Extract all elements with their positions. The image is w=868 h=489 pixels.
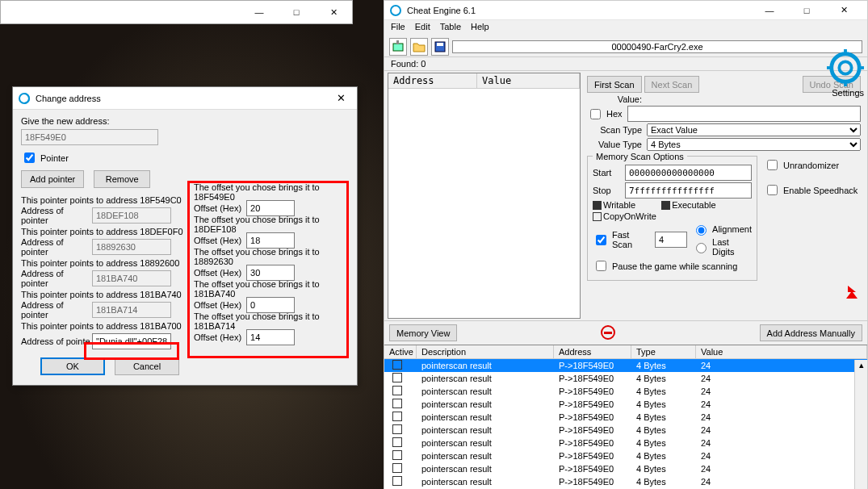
table-row[interactable]: pointerscan resultP->18F549E04 Bytes24: [384, 372, 867, 385]
offset-input[interactable]: [246, 265, 295, 281]
ok-button[interactable]: OK: [40, 357, 105, 375]
table-row[interactable]: pointerscan resultP->18F549E04 Bytes24: [384, 462, 867, 475]
table-row[interactable]: pointerscan resultP->18F549E04 Bytes24: [384, 475, 867, 488]
active-checkbox[interactable]: [392, 412, 402, 421]
pointer-address-input[interactable]: [92, 270, 171, 286]
found-count: Found: 0: [384, 57, 867, 70]
maximize-icon[interactable]: □: [788, 0, 825, 22]
offset-input[interactable]: [246, 297, 295, 313]
col-address[interactable]: Address: [554, 345, 631, 358]
last-digits-radio[interactable]: Last Digits: [692, 237, 752, 257]
open-process-icon[interactable]: [389, 38, 407, 56]
hex-checkbox[interactable]: Hex: [587, 107, 623, 122]
close-icon[interactable]: ✕: [825, 0, 862, 22]
pointer-address-input[interactable]: [92, 207, 171, 224]
settings-label: Settings: [832, 88, 864, 98]
address-input[interactable]: [21, 129, 158, 145]
maximize-icon[interactable]: □: [278, 1, 315, 23]
value-type-select[interactable]: 4 Bytes: [647, 138, 861, 151]
offset-input[interactable]: [246, 232, 295, 249]
table-row[interactable]: pointerscan resultP->18F549E04 Bytes24: [384, 449, 867, 462]
table-row[interactable]: pointerscan resultP->18F549E04 Bytes24: [384, 424, 867, 437]
pointer-address-input[interactable]: [92, 239, 171, 255]
offset-input[interactable]: [246, 329, 295, 345]
offset-input[interactable]: [246, 200, 295, 216]
value-type-label: Value Type: [587, 140, 642, 149]
process-name: 00000490-FarCry2.exe: [452, 40, 862, 53]
add-address-manually-button[interactable]: Add Address Manually: [760, 324, 862, 341]
base-address-highlight: [84, 342, 179, 360]
offset-msg: The offset you chose brings it to 181BA7…: [194, 279, 342, 299]
active-checkbox[interactable]: [392, 476, 402, 486]
close-icon[interactable]: ✕: [315, 1, 352, 23]
cancel-button[interactable]: Cancel: [115, 357, 179, 375]
pause-checkbox[interactable]: Pause the game while scanning: [593, 258, 737, 274]
offset-label: Offset (Hex): [194, 268, 241, 278]
results-list[interactable]: Address Value: [388, 73, 581, 319]
active-checkbox[interactable]: [392, 373, 402, 382]
offset-msg: The offset you chose brings it to 181BA7…: [194, 311, 342, 331]
col-active[interactable]: Active: [384, 345, 417, 358]
value-label: Value:: [587, 94, 642, 104]
stop-label: Stop: [593, 186, 620, 195]
executable-tristate[interactable]: Executable: [661, 200, 715, 210]
table-row[interactable]: pointerscan resultP->18F549E04 Bytes24: [384, 398, 867, 411]
active-checkbox[interactable]: [392, 437, 402, 447]
svg-rect-2: [393, 44, 403, 51]
add-to-list-icon[interactable]: [845, 284, 861, 300]
unrandomizer-checkbox[interactable]: Unrandomizer: [764, 157, 839, 173]
col-type[interactable]: Type: [631, 345, 696, 358]
fast-scan-checkbox[interactable]: Fast Scan: [593, 230, 650, 249]
active-checkbox[interactable]: [392, 360, 402, 370]
ce-icon: [389, 4, 402, 17]
pointer-checkbox[interactable]: Pointer: [21, 150, 69, 165]
menu-file[interactable]: File: [391, 22, 405, 35]
menu-edit[interactable]: Edit: [415, 22, 430, 35]
menu-help[interactable]: Help: [471, 22, 489, 35]
offset-msg: The offset you chose brings it to 18DEF1…: [194, 215, 342, 234]
col-value[interactable]: Value: [477, 73, 580, 88]
col-description[interactable]: Description: [417, 345, 554, 358]
active-checkbox[interactable]: [392, 463, 402, 473]
offset-label: Offset (Hex): [194, 332, 241, 342]
close-icon[interactable]: ✕: [330, 92, 352, 104]
speedhack-checkbox[interactable]: Enable Speedhack: [764, 182, 858, 198]
fast-scan-value[interactable]: [655, 232, 687, 248]
first-scan-button[interactable]: First Scan: [587, 76, 642, 93]
col-address[interactable]: Address: [388, 73, 477, 88]
table-row[interactable]: pointerscan resultP->18F549E04 Bytes24: [384, 359, 867, 372]
svg-point-1: [391, 6, 400, 15]
active-checkbox[interactable]: [392, 386, 402, 395]
pointer-address-input[interactable]: [92, 302, 171, 318]
open-file-icon[interactable]: [410, 38, 428, 56]
col-value[interactable]: Value: [696, 345, 867, 358]
offset-label: Offset (Hex): [194, 300, 241, 310]
table-row[interactable]: pointerscan resultP->18F549E04 Bytes24: [384, 385, 867, 398]
remove-button[interactable]: Remove: [94, 170, 150, 188]
address-table[interactable]: Active Description Address Type Value po…: [384, 345, 867, 489]
active-checkbox[interactable]: [392, 450, 402, 460]
address-of-pointer-label: Address of pointer: [21, 237, 92, 257]
memory-view-button[interactable]: Memory View: [389, 324, 457, 341]
minimize-icon[interactable]: —: [241, 1, 278, 23]
table-row[interactable]: pointerscan resultP->18F549E04 Bytes24: [384, 411, 867, 424]
scrollbar[interactable]: ▴: [854, 360, 867, 489]
stop-input[interactable]: [625, 182, 752, 199]
copyonwrite-tristate[interactable]: CopyOnWrite: [593, 211, 656, 221]
dialog-title: Change address: [36, 94, 101, 103]
writable-tristate[interactable]: Writable: [593, 200, 635, 210]
scan-type-select[interactable]: Exact Value: [647, 123, 861, 136]
start-label: Start: [593, 168, 620, 178]
active-checkbox[interactable]: [392, 399, 402, 408]
alignment-radio[interactable]: Alignment: [692, 223, 752, 236]
active-checkbox[interactable]: [392, 424, 402, 434]
ce-logo-icon[interactable]: [827, 49, 864, 86]
menu-table[interactable]: Table: [440, 22, 461, 35]
start-input[interactable]: [625, 165, 752, 181]
minimize-icon[interactable]: —: [751, 0, 788, 22]
table-row[interactable]: pointerscan resultP->18F549E04 Bytes24: [384, 437, 867, 449]
value-input[interactable]: [627, 106, 861, 122]
no-entry-icon[interactable]: [601, 325, 615, 340]
save-icon[interactable]: [431, 38, 449, 56]
add-pointer-button[interactable]: Add pointer: [21, 170, 84, 188]
